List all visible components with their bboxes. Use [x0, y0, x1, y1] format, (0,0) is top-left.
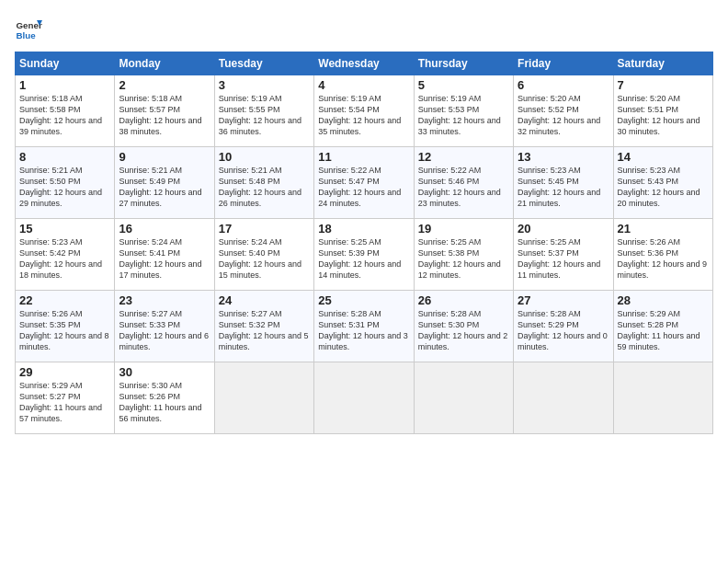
day-number: 28 — [618, 293, 709, 307]
day-number: 10 — [219, 150, 310, 164]
calendar-cell: 13 Sunrise: 5:23 AM Sunset: 5:45 PM Dayl… — [514, 147, 613, 219]
calendar-cell: 1 Sunrise: 5:18 AM Sunset: 5:58 PM Dayli… — [16, 75, 115, 147]
calendar-cell — [314, 362, 414, 434]
calendar-cell: 18 Sunrise: 5:25 AM Sunset: 5:39 PM Dayl… — [314, 219, 414, 291]
day-info: Sunrise: 5:24 AM Sunset: 5:40 PM Dayligh… — [219, 236, 310, 282]
calendar-cell: 28 Sunrise: 5:29 AM Sunset: 5:28 PM Dayl… — [613, 291, 712, 362]
col-header-tuesday: Tuesday — [214, 52, 313, 75]
calendar-cell: 24 Sunrise: 5:27 AM Sunset: 5:32 PM Dayl… — [214, 291, 313, 362]
calendar-cell — [514, 362, 613, 434]
day-info: Sunrise: 5:19 AM Sunset: 5:53 PM Dayligh… — [418, 93, 509, 138]
day-number: 11 — [318, 150, 409, 164]
day-number: 1 — [19, 78, 110, 92]
day-info: Sunrise: 5:23 AM Sunset: 5:43 PM Dayligh… — [618, 165, 709, 210]
logo: General Blue — [15, 15, 46, 42]
day-number: 27 — [518, 293, 609, 307]
calendar-cell: 30 Sunrise: 5:30 AM Sunset: 5:26 PM Dayl… — [115, 362, 214, 434]
calendar-cell: 21 Sunrise: 5:26 AM Sunset: 5:36 PM Dayl… — [613, 219, 712, 291]
col-header-sunday: Sunday — [16, 52, 115, 75]
day-number: 18 — [318, 222, 409, 236]
calendar-cell — [214, 362, 313, 434]
calendar-cell: 23 Sunrise: 5:27 AM Sunset: 5:33 PM Dayl… — [115, 291, 214, 362]
day-info: Sunrise: 5:18 AM Sunset: 5:58 PM Dayligh… — [19, 93, 110, 138]
day-info: Sunrise: 5:19 AM Sunset: 5:55 PM Dayligh… — [219, 93, 310, 138]
calendar-week-4: 22 Sunrise: 5:26 AM Sunset: 5:35 PM Dayl… — [16, 291, 713, 362]
svg-text:Blue: Blue — [17, 30, 37, 40]
day-info: Sunrise: 5:28 AM Sunset: 5:30 PM Dayligh… — [418, 308, 509, 353]
calendar-cell: 14 Sunrise: 5:23 AM Sunset: 5:43 PM Dayl… — [613, 147, 712, 219]
calendar-week-1: 1 Sunrise: 5:18 AM Sunset: 5:58 PM Dayli… — [16, 75, 713, 147]
calendar-cell: 29 Sunrise: 5:29 AM Sunset: 5:27 PM Dayl… — [16, 362, 115, 434]
day-number: 16 — [119, 222, 210, 236]
day-info: Sunrise: 5:23 AM Sunset: 5:42 PM Dayligh… — [19, 236, 110, 282]
day-number: 14 — [618, 150, 709, 164]
day-number: 12 — [418, 150, 509, 164]
logo-icon: General Blue — [15, 15, 42, 42]
calendar-cell: 8 Sunrise: 5:21 AM Sunset: 5:50 PM Dayli… — [16, 147, 115, 219]
day-info: Sunrise: 5:20 AM Sunset: 5:51 PM Dayligh… — [618, 93, 709, 138]
day-number: 6 — [518, 78, 609, 92]
calendar-cell: 16 Sunrise: 5:24 AM Sunset: 5:41 PM Dayl… — [115, 219, 214, 291]
col-header-saturday: Saturday — [613, 52, 712, 75]
calendar-container: General Blue SundayMondayTuesdayWednesda… — [0, 0, 728, 442]
calendar-cell: 19 Sunrise: 5:25 AM Sunset: 5:38 PM Dayl… — [414, 219, 513, 291]
calendar-cell: 25 Sunrise: 5:28 AM Sunset: 5:31 PM Dayl… — [314, 291, 414, 362]
day-info: Sunrise: 5:26 AM Sunset: 5:36 PM Dayligh… — [618, 236, 709, 282]
calendar-cell: 2 Sunrise: 5:18 AM Sunset: 5:57 PM Dayli… — [115, 75, 214, 147]
day-info: Sunrise: 5:21 AM Sunset: 5:48 PM Dayligh… — [219, 165, 310, 210]
col-header-friday: Friday — [514, 52, 613, 75]
calendar-week-2: 8 Sunrise: 5:21 AM Sunset: 5:50 PM Dayli… — [16, 147, 713, 219]
calendar-table: SundayMondayTuesdayWednesdayThursdayFrid… — [15, 52, 713, 434]
day-info: Sunrise: 5:25 AM Sunset: 5:39 PM Dayligh… — [318, 236, 409, 282]
day-number: 4 — [318, 78, 409, 92]
day-info: Sunrise: 5:21 AM Sunset: 5:49 PM Dayligh… — [119, 165, 210, 210]
day-info: Sunrise: 5:25 AM Sunset: 5:37 PM Dayligh… — [518, 236, 609, 282]
calendar-cell: 20 Sunrise: 5:25 AM Sunset: 5:37 PM Dayl… — [514, 219, 613, 291]
day-info: Sunrise: 5:28 AM Sunset: 5:29 PM Dayligh… — [518, 308, 609, 353]
day-info: Sunrise: 5:28 AM Sunset: 5:31 PM Dayligh… — [318, 308, 409, 353]
day-number: 8 — [19, 150, 110, 164]
day-info: Sunrise: 5:29 AM Sunset: 5:28 PM Dayligh… — [618, 308, 709, 353]
day-number: 9 — [119, 150, 210, 164]
header: General Blue — [15, 15, 713, 42]
day-info: Sunrise: 5:22 AM Sunset: 5:47 PM Dayligh… — [318, 165, 409, 210]
day-number: 13 — [518, 150, 609, 164]
day-info: Sunrise: 5:24 AM Sunset: 5:41 PM Dayligh… — [119, 236, 210, 282]
day-info: Sunrise: 5:30 AM Sunset: 5:26 PM Dayligh… — [119, 380, 210, 425]
calendar-cell — [613, 362, 712, 434]
calendar-cell: 12 Sunrise: 5:22 AM Sunset: 5:46 PM Dayl… — [414, 147, 513, 219]
calendar-cell: 9 Sunrise: 5:21 AM Sunset: 5:49 PM Dayli… — [115, 147, 214, 219]
calendar-cell: 7 Sunrise: 5:20 AM Sunset: 5:51 PM Dayli… — [613, 75, 712, 147]
day-info: Sunrise: 5:22 AM Sunset: 5:46 PM Dayligh… — [418, 165, 509, 210]
calendar-cell: 3 Sunrise: 5:19 AM Sunset: 5:55 PM Dayli… — [214, 75, 313, 147]
day-number: 2 — [119, 78, 210, 92]
day-info: Sunrise: 5:20 AM Sunset: 5:52 PM Dayligh… — [518, 93, 609, 138]
calendar-cell: 15 Sunrise: 5:23 AM Sunset: 5:42 PM Dayl… — [16, 219, 115, 291]
calendar-cell: 17 Sunrise: 5:24 AM Sunset: 5:40 PM Dayl… — [214, 219, 313, 291]
day-number: 15 — [19, 222, 110, 236]
calendar-week-5: 29 Sunrise: 5:29 AM Sunset: 5:27 PM Dayl… — [16, 362, 713, 434]
day-number: 19 — [418, 222, 509, 236]
calendar-cell: 4 Sunrise: 5:19 AM Sunset: 5:54 PM Dayli… — [314, 75, 414, 147]
calendar-header-row: SundayMondayTuesdayWednesdayThursdayFrid… — [16, 52, 713, 75]
calendar-cell: 11 Sunrise: 5:22 AM Sunset: 5:47 PM Dayl… — [314, 147, 414, 219]
day-number: 24 — [219, 293, 310, 307]
col-header-thursday: Thursday — [414, 52, 513, 75]
day-number: 20 — [518, 222, 609, 236]
calendar-body: 1 Sunrise: 5:18 AM Sunset: 5:58 PM Dayli… — [16, 75, 713, 434]
calendar-cell: 22 Sunrise: 5:26 AM Sunset: 5:35 PM Dayl… — [16, 291, 115, 362]
day-number: 30 — [119, 365, 210, 379]
day-info: Sunrise: 5:18 AM Sunset: 5:57 PM Dayligh… — [119, 93, 210, 138]
calendar-cell: 27 Sunrise: 5:28 AM Sunset: 5:29 PM Dayl… — [514, 291, 613, 362]
day-number: 21 — [618, 222, 709, 236]
calendar-cell: 10 Sunrise: 5:21 AM Sunset: 5:48 PM Dayl… — [214, 147, 313, 219]
calendar-cell: 26 Sunrise: 5:28 AM Sunset: 5:30 PM Dayl… — [414, 291, 513, 362]
day-info: Sunrise: 5:19 AM Sunset: 5:54 PM Dayligh… — [318, 93, 409, 138]
day-info: Sunrise: 5:23 AM Sunset: 5:45 PM Dayligh… — [518, 165, 609, 210]
day-number: 3 — [219, 78, 310, 92]
day-number: 22 — [19, 293, 110, 307]
day-number: 23 — [119, 293, 210, 307]
day-number: 29 — [19, 365, 110, 379]
calendar-cell: 5 Sunrise: 5:19 AM Sunset: 5:53 PM Dayli… — [414, 75, 513, 147]
day-info: Sunrise: 5:27 AM Sunset: 5:32 PM Dayligh… — [219, 308, 310, 353]
